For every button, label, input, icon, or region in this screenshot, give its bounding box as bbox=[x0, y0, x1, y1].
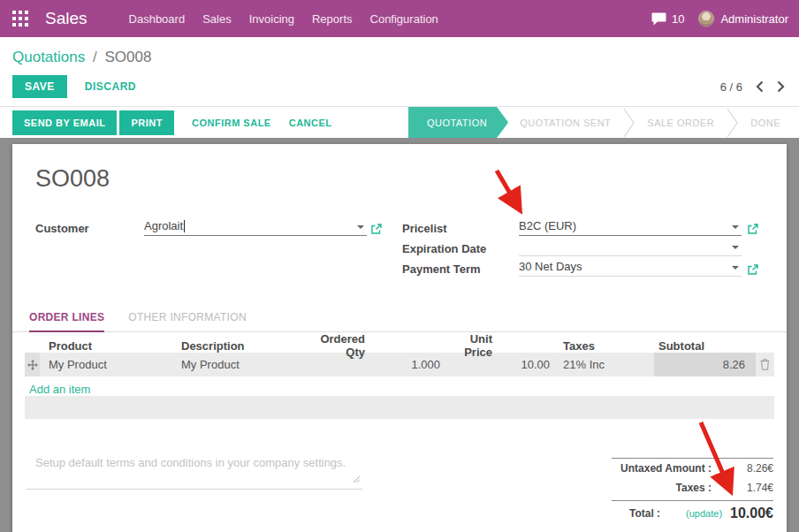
taxes-row: Taxes : 1.74€ bbox=[612, 478, 773, 498]
breadcrumb-quotations-link[interactable]: Quotations bbox=[12, 49, 85, 65]
menu-reports[interactable]: Reports bbox=[312, 9, 353, 29]
cell-taxes[interactable]: 21% Inc bbox=[552, 353, 654, 376]
payment-term-external-link-icon[interactable] bbox=[748, 262, 758, 278]
cancel-button[interactable]: CANCEL bbox=[289, 118, 332, 128]
topbar-right: 10 Administrator bbox=[651, 11, 788, 27]
expiration-date-label: Expiration Date bbox=[402, 242, 486, 255]
customer-external-link-icon[interactable] bbox=[371, 222, 382, 238]
textarea-resize-icon[interactable] bbox=[353, 471, 361, 487]
main-menu: Dashboard Sales Invoicing Reports Config… bbox=[129, 9, 438, 29]
record-controls: SAVE DISCARD 6 / 6 bbox=[0, 68, 799, 106]
user-menu[interactable]: Administrator bbox=[720, 12, 788, 26]
menu-dashboard[interactable]: Dashboard bbox=[129, 9, 186, 29]
col-taxes: Taxes bbox=[552, 339, 654, 353]
status-step-quotation[interactable]: QUOTATION bbox=[408, 107, 508, 138]
pricelist-label: Pricelist bbox=[402, 222, 447, 235]
quotation-sheet: SO008 Customer Agrolait Pricelist B2C (E… bbox=[12, 144, 787, 532]
messages-button[interactable]: 10 bbox=[651, 12, 684, 26]
record-pager: 6 / 6 bbox=[720, 80, 785, 94]
discard-button[interactable]: DISCARD bbox=[85, 80, 136, 93]
cell-unit-price[interactable]: 10.00 bbox=[442, 353, 552, 376]
pricelist-value: B2C (EUR) bbox=[519, 219, 576, 232]
pricelist-external-link-icon[interactable] bbox=[748, 222, 758, 238]
form-canvas: SO008 Customer Agrolait Pricelist B2C (E… bbox=[0, 138, 799, 532]
quotation-number-title: SO008 bbox=[35, 165, 110, 193]
total-row: Total : (update) 10.00€ bbox=[612, 500, 773, 525]
cell-product[interactable]: My Product bbox=[40, 353, 177, 376]
status-step-sale-order[interactable]: SALE ORDER bbox=[635, 107, 726, 138]
messages-count: 10 bbox=[672, 12, 684, 26]
sales-app-window: Sales Dashboard Sales Invoicing Reports … bbox=[0, 0, 799, 532]
app-title[interactable]: Sales bbox=[45, 9, 88, 28]
text-cursor bbox=[184, 220, 185, 232]
expiration-date-input[interactable] bbox=[519, 239, 742, 256]
user-avatar[interactable] bbox=[698, 11, 714, 27]
expiration-date-dropdown-icon[interactable] bbox=[732, 246, 739, 249]
terms-placeholder: Setup default terms and conditions in yo… bbox=[35, 456, 346, 469]
update-taxes-link[interactable]: (update) bbox=[686, 508, 722, 519]
pager-counter: 6 / 6 bbox=[720, 80, 742, 94]
total-label: Total : bbox=[629, 507, 660, 520]
col-product: Product bbox=[40, 339, 177, 353]
breadcrumb-current: SO008 bbox=[104, 49, 151, 65]
action-buttons: SEND BY EMAIL PRINT CONFIRM SALE CANCEL bbox=[0, 107, 332, 138]
order-lines-table: Product Description Ordered Qty Unit Pri… bbox=[25, 332, 774, 376]
untaxed-amount-row: Untaxed Amount : 8.26€ bbox=[612, 459, 773, 478]
menu-configuration[interactable]: Configuration bbox=[370, 9, 438, 29]
notebook-tabs: ORDER LINES OTHER INFORMATION bbox=[12, 311, 787, 332]
total-value: 10.00€ bbox=[730, 505, 773, 521]
customer-input[interactable]: Agrolait bbox=[144, 219, 367, 236]
delete-line-icon[interactable] bbox=[756, 353, 774, 376]
menu-sales[interactable]: Sales bbox=[202, 9, 232, 29]
table-row[interactable]: My Product My Product 1.000 10.00 21% In… bbox=[25, 353, 774, 376]
untaxed-amount-value: 8.26€ bbox=[711, 462, 773, 475]
table-header-row: Product Description Ordered Qty Unit Pri… bbox=[25, 332, 774, 353]
confirm-sale-button[interactable]: CONFIRM SALE bbox=[192, 118, 271, 128]
cell-subtotal: 8.26 bbox=[654, 353, 756, 376]
breadcrumb-separator: / bbox=[93, 49, 97, 65]
save-button[interactable]: SAVE bbox=[12, 75, 67, 98]
tab-order-lines[interactable]: ORDER LINES bbox=[29, 311, 104, 332]
customer-value: Agrolait bbox=[144, 219, 183, 232]
payment-term-input[interactable]: 30 Net Days bbox=[519, 260, 742, 277]
cell-description[interactable]: My Product bbox=[177, 353, 309, 376]
untaxed-amount-label: Untaxed Amount : bbox=[612, 462, 711, 475]
status-pipeline: QUOTATION QUOTATION SENT SALE ORDER DONE bbox=[408, 107, 799, 138]
tab-other-information[interactable]: OTHER INFORMATION bbox=[128, 311, 247, 331]
customer-label: Customer bbox=[35, 222, 89, 235]
send-by-email-button[interactable]: SEND BY EMAIL bbox=[12, 110, 117, 135]
add-an-item-link[interactable]: Add an item bbox=[29, 383, 90, 396]
payment-term-value: 30 Net Days bbox=[519, 260, 582, 273]
pricelist-dropdown-icon[interactable] bbox=[732, 225, 739, 229]
payment-term-label: Payment Term bbox=[402, 262, 481, 276]
pricelist-input[interactable]: B2C (EUR) bbox=[519, 219, 742, 236]
status-step-done[interactable]: DONE bbox=[739, 107, 792, 138]
action-statusbar: SEND BY EMAIL PRINT CONFIRM SALE CANCEL … bbox=[0, 106, 799, 138]
top-navbar: Sales Dashboard Sales Invoicing Reports … bbox=[0, 0, 799, 37]
drag-handle-icon[interactable] bbox=[25, 353, 40, 376]
status-chevron-icon bbox=[726, 107, 739, 138]
menu-invoicing[interactable]: Invoicing bbox=[249, 9, 294, 29]
terms-textarea[interactable]: Setup default terms and conditions in yo… bbox=[27, 452, 362, 490]
col-description: Description bbox=[177, 339, 309, 353]
breadcrumb: Quotations / SO008 bbox=[0, 37, 799, 68]
cell-ordered-qty[interactable]: 1.000 bbox=[309, 353, 442, 376]
chat-bubble-icon bbox=[651, 12, 666, 26]
col-subtotal: Subtotal bbox=[654, 339, 756, 353]
subtotal-group: Untaxed Amount : 8.26€ Taxes : 1.74€ bbox=[612, 458, 773, 498]
customer-dropdown-icon[interactable] bbox=[357, 225, 364, 229]
payment-term-dropdown-icon[interactable] bbox=[732, 266, 739, 270]
taxes-value: 1.74€ bbox=[711, 482, 773, 494]
print-button[interactable]: PRINT bbox=[119, 110, 174, 135]
pager-next-icon[interactable] bbox=[777, 80, 785, 93]
pager-previous-icon[interactable] bbox=[756, 80, 764, 93]
taxes-label: Taxes : bbox=[612, 482, 711, 494]
status-chevron-icon bbox=[622, 107, 635, 138]
empty-row-placeholder bbox=[25, 396, 774, 419]
totals-panel: Untaxed Amount : 8.26€ Taxes : 1.74€ Tot… bbox=[612, 458, 773, 525]
status-step-quotation-sent[interactable]: QUOTATION SENT bbox=[508, 107, 622, 138]
apps-grid-icon[interactable] bbox=[12, 11, 28, 27]
